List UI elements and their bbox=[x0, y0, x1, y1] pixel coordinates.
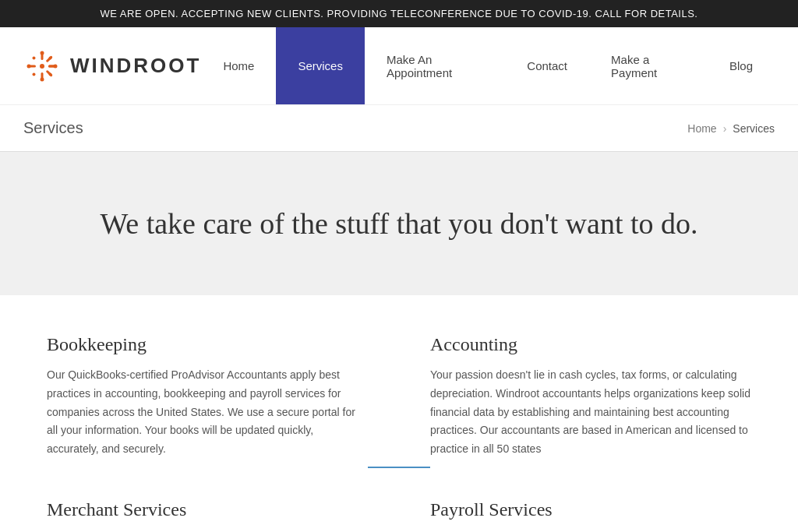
banner-text: WE ARE OPEN. ACCEPTING NEW CLIENTS. PROV… bbox=[101, 8, 698, 19]
nav-appointment[interactable]: Make An Appointment bbox=[365, 27, 505, 104]
service-bookkeeping: Bookkeeping Our QuickBooks-certified Pro… bbox=[47, 334, 368, 459]
nav-home[interactable]: Home bbox=[201, 27, 276, 104]
service-merchant-title: Merchant Services bbox=[47, 499, 368, 520]
service-bookkeeping-title: Bookkeeping bbox=[47, 334, 368, 355]
hero-section: We take care of the stuff that you don't… bbox=[0, 152, 798, 295]
service-accounting: Accounting Your passion doesn't lie in c… bbox=[430, 334, 751, 459]
nav-services[interactable]: Services bbox=[276, 27, 365, 104]
services-section: Bookkeeping Our QuickBooks-certified Pro… bbox=[0, 295, 798, 532]
svg-point-11 bbox=[54, 64, 58, 68]
service-payroll-title: Payroll Services bbox=[430, 499, 751, 520]
breadcrumb-bar: Services Home › Services bbox=[0, 105, 798, 152]
svg-point-13 bbox=[49, 56, 52, 59]
svg-point-10 bbox=[27, 64, 31, 68]
service-merchant: Merchant Services Increase sales and cus… bbox=[47, 499, 368, 532]
nav-blog[interactable]: Blog bbox=[708, 27, 775, 104]
breadcrumb-nav: Home › Services bbox=[687, 122, 775, 135]
service-accounting-title: Accounting bbox=[430, 334, 751, 355]
svg-point-15 bbox=[49, 72, 52, 76]
nav-payment[interactable]: Make a Payment bbox=[589, 27, 708, 104]
service-payroll: Payroll Services Our US-based experts wi… bbox=[430, 499, 751, 532]
services-divider bbox=[47, 459, 751, 499]
breadcrumb-page-title: Services bbox=[23, 119, 83, 137]
logo-area[interactable]: WINDROOT bbox=[23, 48, 201, 85]
svg-point-12 bbox=[33, 56, 36, 59]
services-grid-2: Merchant Services Increase sales and cus… bbox=[47, 499, 751, 532]
service-bookkeeping-desc: Our QuickBooks-certified ProAdvisor Acco… bbox=[47, 366, 368, 459]
hero-heading: We take care of the stuff that you don't… bbox=[31, 206, 767, 241]
svg-point-9 bbox=[41, 77, 44, 81]
svg-point-14 bbox=[33, 72, 36, 76]
breadcrumb-home[interactable]: Home bbox=[687, 122, 716, 135]
divider-line bbox=[368, 467, 430, 468]
svg-point-8 bbox=[41, 51, 44, 55]
top-banner: WE ARE OPEN. ACCEPTING NEW CLIENTS. PROV… bbox=[0, 0, 798, 27]
breadcrumb-current: Services bbox=[733, 122, 775, 135]
nav-contact[interactable]: Contact bbox=[505, 27, 589, 104]
service-accounting-desc: Your passion doesn't lie in cash cycles,… bbox=[430, 366, 751, 459]
svg-point-0 bbox=[40, 64, 44, 69]
main-nav: Home Services Make An Appointment Contac… bbox=[201, 27, 775, 104]
logo-icon bbox=[23, 48, 61, 85]
services-grid: Bookkeeping Our QuickBooks-certified Pro… bbox=[47, 334, 751, 459]
header: WINDROOT Home Services Make An Appointme… bbox=[0, 27, 798, 105]
breadcrumb-separator: › bbox=[723, 122, 727, 135]
logo-text: WINDROOT bbox=[70, 54, 201, 78]
